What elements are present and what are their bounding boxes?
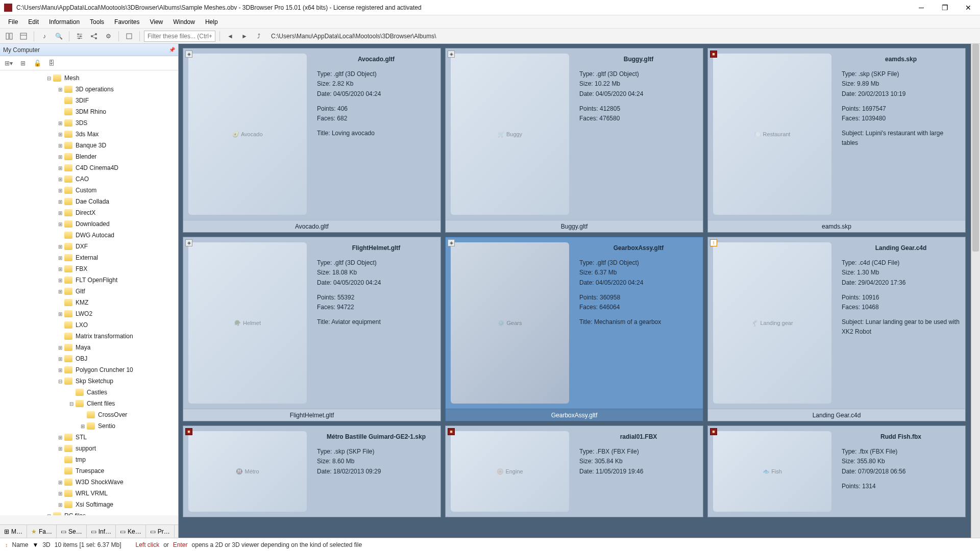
tree-toggle-icon[interactable]: ⊞ <box>57 165 63 171</box>
thumbnail-card[interactable]: ◈🥑 AvocadoAvocado.gltfType: .gltf (3D Ob… <box>183 48 441 233</box>
tree-node[interactable]: ⊞Polygon Cruncher 10 <box>0 364 178 375</box>
up-folder-button[interactable]: ⤴ <box>253 30 265 42</box>
gear-icon[interactable]: ⚙ <box>102 30 114 42</box>
tree-toggle-icon[interactable]: ⊟ <box>57 379 63 384</box>
tree-node[interactable]: ⊞FLT OpenFlight <box>0 274 178 286</box>
tree-node[interactable]: ⊞External <box>0 252 178 263</box>
thumbnail-card[interactable]: ◈🛒 BuggyBuggy.gltfType: .gltf (3D Object… <box>445 48 703 233</box>
tree-node[interactable]: ⊟Mesh <box>0 72 178 84</box>
tree-toggle-icon[interactable]: ⊞ <box>57 311 63 317</box>
menu-file[interactable]: File <box>3 16 23 28</box>
tree-toggle-icon[interactable]: ⊞ <box>57 87 63 92</box>
tree-node[interactable]: ⊞3D operations <box>0 84 178 95</box>
tree-toggle-icon[interactable]: ⊞ <box>57 120 63 126</box>
menu-view[interactable]: View <box>144 16 168 28</box>
tree-toggle-icon[interactable]: ⊞ <box>57 345 63 350</box>
tree-node[interactable]: ⊞support <box>0 443 178 454</box>
minimize-button[interactable]: ─ <box>910 0 933 15</box>
tree-view-icon[interactable]: ⊞▾ <box>4 59 13 68</box>
tree-node[interactable]: ⊞RC files <box>0 510 178 515</box>
tree-toggle-icon[interactable]: ⊞ <box>57 367 63 373</box>
sidebar-tab[interactable]: ▭Se… <box>57 525 87 538</box>
expand-icon[interactable]: ⊞ <box>18 59 28 68</box>
drives-icon[interactable]: 🗄 <box>47 59 56 68</box>
tree-node[interactable]: ⊞Blender <box>0 151 178 162</box>
tree-toggle-icon[interactable]: ⊞ <box>57 143 63 148</box>
filter-input[interactable] <box>144 31 215 42</box>
tree-node[interactable]: ⊞Sentio <box>0 420 178 432</box>
tree-toggle-icon[interactable]: ⊞ <box>57 491 63 496</box>
vertical-scrollbar[interactable] <box>971 44 980 538</box>
menu-edit[interactable]: Edit <box>23 16 44 28</box>
tree-node[interactable]: 3DM Rhino <box>0 106 178 117</box>
lock-icon[interactable]: 🔓 <box>33 59 42 68</box>
tree-node[interactable]: Castles <box>0 387 178 398</box>
menu-tools[interactable]: Tools <box>85 16 109 28</box>
tree-toggle-icon[interactable]: ⊞ <box>57 221 63 227</box>
fullscreen-icon[interactable] <box>123 30 135 42</box>
tree-toggle-icon[interactable]: ⊞ <box>57 356 63 362</box>
tree-node[interactable]: ⊞OBJ <box>0 353 178 364</box>
thumbnail-card[interactable]: ■🐟 FishRudd Fish.fbxType: .fbx (FBX File… <box>707 425 966 517</box>
tree-node[interactable]: ⊞Xsi Softimage <box>0 499 178 510</box>
tree-node[interactable]: ⊞Maya <box>0 342 178 353</box>
folder-tree[interactable]: ⊟Mesh⊞3D operations3DIF3DM Rhino⊞3DS⊞3ds… <box>0 70 178 515</box>
tree-toggle-icon[interactable]: ⊞ <box>57 502 63 508</box>
music-icon[interactable]: ♪ <box>38 30 51 42</box>
tree-toggle-icon[interactable]: ⊞ <box>57 210 63 216</box>
sliders-icon[interactable] <box>74 30 86 42</box>
tree-toggle-icon[interactable]: ⊞ <box>57 188 63 193</box>
tree-toggle-icon[interactable]: ⊞ <box>57 435 63 440</box>
thumbnail-card[interactable]: ■🚇 MétroMétro Bastille Guimard-GE2-1.skp… <box>183 425 441 517</box>
tree-node[interactable]: ⊞LWO2 <box>0 308 178 319</box>
thumbnail-card[interactable]: ■🛞 Engineradial01.FBXType: .FBX (FBX Fil… <box>445 425 703 517</box>
sidebar-tab[interactable]: ▭Pr… <box>146 525 175 538</box>
tree-node[interactable]: ⊞Dae Collada <box>0 196 178 207</box>
menu-information[interactable]: Information <box>44 16 85 28</box>
thumbnail-card[interactable]: !🦿 Landing gearLanding Gear.c4dType: .c4… <box>707 237 966 421</box>
tree-toggle-icon[interactable]: ⊞ <box>57 278 63 283</box>
thumbnail-card[interactable]: ◈⚙️ GearsGearboxAssy.gltfType: .gltf (3D… <box>445 237 703 421</box>
tree-toggle-icon[interactable]: ⊞ <box>80 423 86 429</box>
tree-node[interactable]: ⊞Banque 3D <box>0 140 178 151</box>
tree-toggle-icon[interactable]: ⊞ <box>57 244 63 249</box>
layout-icon[interactable] <box>3 30 15 42</box>
tree-toggle-icon[interactable]: ⊞ <box>57 255 63 261</box>
tree-node[interactable]: ⊞DXF <box>0 241 178 252</box>
tree-node[interactable]: ⊞CAO <box>0 173 178 185</box>
menu-window[interactable]: Window <box>168 16 200 28</box>
sidebar-tab[interactable]: ★Fa… <box>27 525 57 538</box>
tree-toggle-icon[interactable]: ⊞ <box>57 480 63 485</box>
tree-node[interactable]: DWG Autocad <box>0 230 178 241</box>
tree-toggle-icon[interactable]: ⊞ <box>57 199 63 205</box>
tree-toggle-icon[interactable]: ⊟ <box>68 401 75 407</box>
tree-node[interactable]: tmp <box>0 454 178 465</box>
tree-node[interactable]: ⊟Client files <box>0 398 178 409</box>
tree-node[interactable]: CrossOver <box>0 409 178 420</box>
maximize-button[interactable]: ❐ <box>933 0 957 15</box>
tree-node[interactable]: LXO <box>0 319 178 331</box>
close-button[interactable]: ✕ <box>957 0 980 15</box>
menu-favorites[interactable]: Favorites <box>109 16 144 28</box>
tree-node[interactable]: ⊞Downloaded <box>0 218 178 230</box>
sidebar-tab[interactable]: ▭Ke… <box>116 525 146 538</box>
pin-icon[interactable]: 📌 <box>169 47 175 53</box>
tree-node[interactable]: Matrix transformation <box>0 331 178 342</box>
tree-toggle-icon[interactable]: ⊞ <box>57 177 63 182</box>
sidebar-tab[interactable]: ⊞M… <box>0 525 27 538</box>
tree-node[interactable]: ⊟Skp Sketchup <box>0 375 178 387</box>
share-icon[interactable] <box>88 30 100 42</box>
thumbnail-card[interactable]: ■🍽️ Restauranteamds.skpType: .skp (SKP F… <box>707 48 966 233</box>
tree-toggle-icon[interactable]: ⊞ <box>57 289 63 294</box>
tree-node[interactable]: ⊞FBX <box>0 263 178 274</box>
tree-node[interactable]: 3DIF <box>0 95 178 106</box>
menu-help[interactable]: Help <box>200 16 223 28</box>
tree-node[interactable]: KMZ <box>0 297 178 308</box>
tree-node[interactable]: ⊞STL <box>0 432 178 443</box>
tree-node[interactable]: ⊞Custom <box>0 185 178 196</box>
tree-toggle-icon[interactable]: ⊟ <box>46 76 52 81</box>
tree-node[interactable]: ⊞Gltf <box>0 286 178 297</box>
tree-node[interactable]: ⊞DirectX <box>0 207 178 218</box>
search-icon[interactable]: 🔍 <box>53 30 65 42</box>
tree-node[interactable]: ⊞WRL VRML <box>0 488 178 499</box>
